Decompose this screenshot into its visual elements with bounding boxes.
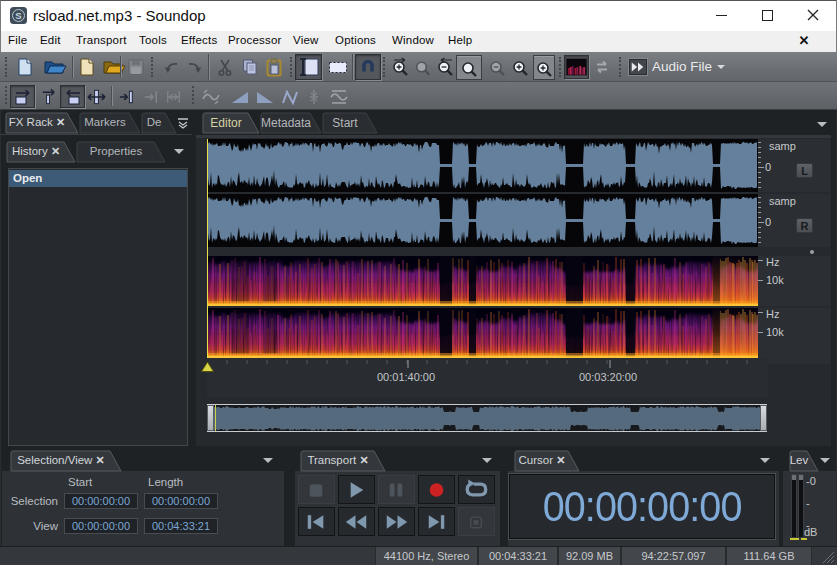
svg-text:S: S	[15, 10, 21, 21]
